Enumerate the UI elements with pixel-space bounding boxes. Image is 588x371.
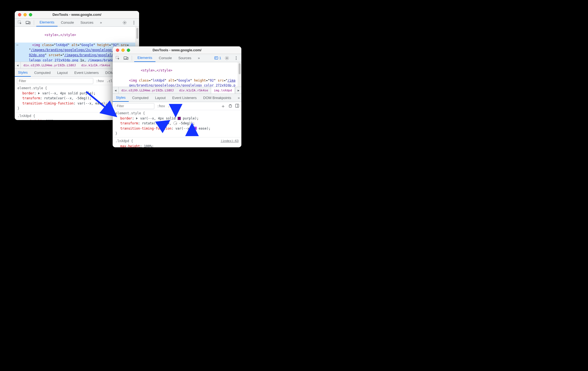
tab-sources[interactable]: Sources [175, 54, 195, 62]
rule-selector: element.style { [115, 111, 239, 116]
breadcrumb-item-active[interactable]: img.lnXdpd [211, 87, 235, 94]
separator [34, 20, 34, 25]
svg-point-15 [226, 57, 227, 58]
subtab-computed[interactable]: Computed [31, 69, 54, 77]
settings-icon[interactable] [223, 55, 230, 61]
expand-shorthand-icon[interactable] [136, 117, 138, 119]
styles-subtabs: Styles Computed Layout Event Listeners D… [113, 94, 241, 102]
bezier-swatch-icon[interactable] [193, 127, 197, 130]
subtab-more[interactable]: » [235, 94, 241, 102]
scrollbar[interactable] [238, 62, 241, 87]
close-window-button[interactable] [18, 13, 21, 16]
svg-point-6 [134, 22, 134, 23]
separator [132, 56, 132, 61]
subtab-computed[interactable]: Computed [129, 94, 152, 102]
svg-rect-12 [215, 57, 218, 59]
svg-rect-19 [229, 105, 232, 107]
breadcrumb-item[interactable]: div.k1zIA.rSk4se [176, 87, 211, 94]
devtools-window-right: DevTools - www.google.com/ Elements Cons… [113, 46, 241, 147]
expand-shorthand-icon[interactable] [38, 92, 40, 94]
style-tag-line: <style>…</style> [141, 68, 172, 72]
svg-rect-3 [29, 22, 30, 24]
styles-toolbar: :hov .cls ＋ [113, 102, 241, 110]
color-swatch-icon[interactable] [178, 117, 181, 120]
traffic-lights [15, 13, 32, 16]
breadcrumb-item[interactable]: div.o3j99.LLD4me.yr19Zb.LS8OJ [119, 87, 176, 94]
subtab-event-listeners[interactable]: Event Listeners [169, 94, 200, 102]
subtab-event-listeners[interactable]: Event Listeners [71, 69, 102, 77]
minimize-window-button[interactable] [23, 13, 27, 16]
window-title: DevTools - www.google.com/ [15, 13, 139, 17]
hov-toggle[interactable]: :hov [157, 104, 165, 108]
subtab-styles[interactable]: Styles [15, 69, 31, 77]
main-toolbar: Elements Console Sources » 1 [113, 54, 241, 62]
titlebar: DevTools - www.google.com/ [15, 11, 139, 19]
tab-more[interactable]: » [97, 19, 105, 26]
cls-toggle[interactable]: .cls [168, 104, 176, 108]
inspect-element-icon[interactable] [114, 55, 121, 61]
tab-elements[interactable]: Elements [134, 54, 155, 62]
titlebar: DevTools - www.google.com/ [113, 46, 241, 54]
settings-icon[interactable] [121, 19, 128, 26]
styles-pane[interactable]: element.style { border: var(--x, 4px sol… [113, 110, 241, 147]
tab-console[interactable]: Console [58, 19, 77, 26]
svg-point-17 [236, 58, 237, 58]
style-tag-line: <style>…</style> [28, 33, 76, 37]
window-title: DevTools - www.google.com/ [113, 48, 241, 52]
breadcrumb-scroll-left[interactable]: ◀ [113, 87, 119, 94]
svg-rect-11 [127, 57, 128, 59]
minimize-window-button[interactable] [121, 49, 125, 52]
subtab-styles[interactable]: Styles [113, 94, 129, 102]
tab-console[interactable]: Console [155, 54, 175, 62]
svg-rect-1 [26, 21, 29, 23]
main-toolbar: Elements Console Sources » [15, 19, 139, 27]
device-toolbar-icon[interactable] [25, 19, 32, 26]
issues-count-text: 1 [219, 56, 221, 60]
tab-elements[interactable]: Elements [36, 19, 58, 26]
dom-tree[interactable]: <style>…</style> <img class="lnXdpd" alt… [113, 62, 238, 87]
rule-selector: .lnXdpd { [115, 139, 133, 143]
svg-point-16 [236, 56, 237, 57]
rule-close: } [115, 131, 239, 136]
ellipsis-icon: ⋯ [16, 43, 18, 47]
inspect-element-icon[interactable] [16, 19, 23, 26]
selected-node[interactable]: <img class="lnXdpd" alt="Google" height=… [129, 78, 236, 87]
close-window-button[interactable] [116, 49, 119, 52]
breadcrumb-bar: ◀ div.o3j99.LLD4me.yr19Zb.LS8OJ div.k1zI… [113, 87, 241, 94]
hov-toggle[interactable]: :hov [96, 79, 104, 83]
svg-rect-10 [124, 59, 127, 59]
svg-point-18 [236, 59, 237, 60]
styles-filter-input[interactable] [17, 78, 93, 84]
subtab-dom-breakpoints[interactable]: DOM Breakpoints [200, 94, 235, 102]
subtab-layout[interactable]: Layout [152, 94, 169, 102]
breadcrumb-item[interactable]: div.k1zIA.rSk4se [79, 62, 113, 68]
issues-counter[interactable]: 1 [214, 56, 221, 60]
subtab-layout[interactable]: Layout [54, 69, 71, 77]
new-style-rule-icon[interactable]: ＋ [221, 103, 226, 109]
zoom-window-button[interactable] [127, 49, 130, 52]
zoom-window-button[interactable] [29, 13, 32, 16]
styles-editor-icon[interactable] [228, 104, 232, 109]
main-tabs: Elements Console Sources » [134, 54, 203, 62]
svg-point-7 [134, 23, 134, 24]
dom-tree-panel: <style>…</style> <img class="lnXdpd" alt… [113, 62, 241, 87]
css-declaration[interactable]: transition-timing-function: var(--x, eas… [115, 126, 239, 131]
breadcrumb-scroll-left[interactable]: ◀ [15, 62, 21, 68]
breadcrumb-item[interactable]: div.o3j99.LLD4me.yr19Zb.LS8OJ [21, 62, 79, 68]
traffic-lights [113, 49, 130, 52]
tab-more[interactable]: » [195, 54, 203, 62]
css-declaration[interactable]: max-height: 100%; [115, 144, 239, 147]
angle-swatch-icon[interactable] [173, 121, 177, 125]
main-tabs: Elements Console Sources » [36, 19, 105, 26]
styles-filter-input[interactable] [115, 103, 154, 109]
device-toolbar-icon[interactable] [122, 55, 130, 61]
css-declaration[interactable]: border: var(--x, 4px solid purple); [115, 116, 239, 121]
css-declaration[interactable]: transform: rotate(var(--x, -5deg)); [115, 121, 239, 126]
kebab-menu-icon[interactable] [233, 55, 240, 61]
svg-rect-2 [26, 24, 29, 24]
tab-sources[interactable]: Sources [77, 19, 97, 26]
source-link[interactable]: (index):63 [221, 139, 239, 143]
computed-styles-sidebar-icon[interactable] [235, 104, 239, 109]
breadcrumb-scroll-right[interactable]: ▶ [235, 87, 241, 94]
kebab-menu-icon[interactable] [130, 19, 137, 26]
